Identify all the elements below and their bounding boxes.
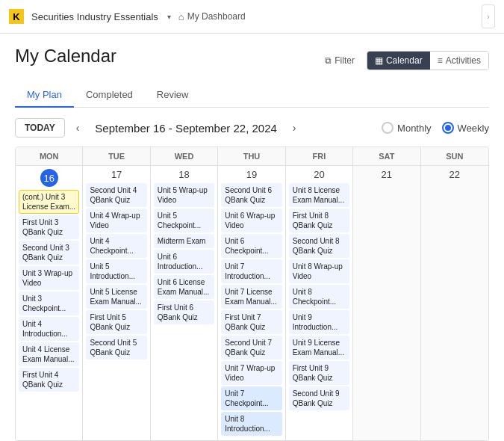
event-second-unit5-qbank[interactable]: Second Unit 5 QBank Quiz <box>86 336 146 360</box>
calendar-view-button[interactable]: ▦ Calendar <box>367 52 430 70</box>
event-first-unit4-qbank[interactable]: First Unit 4 QBank Quiz <box>19 368 79 392</box>
event-unit5-intro[interactable]: Unit 5 Introduction... <box>86 259 146 283</box>
event-first-unit7-qbank[interactable]: First Unit 7 QBank Quiz <box>221 310 281 334</box>
filter-button[interactable]: ⧉ Filter <box>319 52 361 69</box>
dashboard-link[interactable]: My Dashboard <box>178 11 246 22</box>
event-unit7-intro[interactable]: Unit 7 Introduction... <box>221 259 281 283</box>
logo-icon: K <box>9 9 24 24</box>
cell-sun-22: 22 <box>421 166 488 441</box>
day-number-18: 18 <box>154 169 214 180</box>
event-second-unit9-qbank[interactable]: Second Unit 9 QBank Quiz <box>289 386 349 410</box>
expand-button[interactable]: › <box>482 4 495 28</box>
event-unit6-intro[interactable]: Unit 6 Introduction... <box>154 250 214 274</box>
header-wed: Wed <box>151 147 218 165</box>
event-unit6-checkpoint[interactable]: Unit 6 Checkpoint... <box>221 234 281 258</box>
calendar-icon: ▦ <box>375 55 383 66</box>
event-second-unit6-qbank[interactable]: Second Unit 6 QBank Quiz <box>221 183 281 207</box>
cell-mon-16: 16 (cont.) Unit 3 License Exam... First … <box>16 166 83 441</box>
event-first-unit5-qbank[interactable]: First Unit 5 QBank Quiz <box>86 310 146 334</box>
cell-wed-18: 18 Unit 5 Wrap-up Video Unit 5 Checkpoin… <box>151 166 218 441</box>
weekly-radio[interactable] <box>442 122 454 134</box>
day-number-17: 17 <box>86 169 146 180</box>
monthly-radio[interactable] <box>382 122 393 134</box>
event-unit9-intro[interactable]: Unit 9 Introduction... <box>289 310 349 334</box>
tabs: My Plan Completed Review <box>15 83 489 108</box>
header-fri: Fri <box>286 147 353 165</box>
top-bar: K Securities Industry Essentials ▾ My Da… <box>0 0 504 34</box>
day-number-19: 19 <box>221 169 281 180</box>
event-midterm[interactable]: Midterm Exam <box>154 234 214 248</box>
event-unit4-wrapup[interactable]: Unit 4 Wrap-up Video <box>86 209 146 232</box>
event-unit7-checkpoint[interactable]: Unit 7 Checkpoint... <box>221 386 281 410</box>
event-cont-unit3[interactable]: (cont.) Unit 3 License Exam... <box>19 190 79 214</box>
event-first-unit6-qbank[interactable]: First Unit 6 QBank Quiz <box>154 300 214 324</box>
event-second-unit4-qbank[interactable]: Second Unit 4 QBank Quiz <box>86 183 146 207</box>
day-number-16: 16 <box>40 169 58 187</box>
activities-view-button[interactable]: ≡ Activities <box>430 52 488 70</box>
date-range: September 16 - September 22, 2024 <box>95 122 277 135</box>
event-unit8-wrapup[interactable]: Unit 8 Wrap-up Video <box>289 259 349 283</box>
page-title: My Calendar <box>15 46 116 67</box>
event-unit4-intro[interactable]: Unit 4 Introduction... <box>19 317 79 341</box>
day-number-22: 22 <box>424 169 485 180</box>
app-name-chevron: ▾ <box>167 13 171 21</box>
event-unit4-checkpoint[interactable]: Unit 4 Checkpoint... <box>86 234 146 258</box>
event-second-unit3-qbank[interactable]: Second Unit 3 QBank Quiz <box>19 241 79 265</box>
event-unit6-license[interactable]: Unit 6 License Exam Manual... <box>154 275 214 299</box>
event-second-unit7-qbank[interactable]: Second Unit 7 QBank Quiz <box>221 336 281 360</box>
view-options: Monthly Weekly <box>382 122 489 134</box>
list-icon: ≡ <box>438 55 443 66</box>
tab-review[interactable]: Review <box>145 83 201 108</box>
event-second-unit8-qbank[interactable]: Second Unit 8 QBank Quiz <box>289 234 349 258</box>
event-unit4-license[interactable]: Unit 4 License Exam Manual... <box>19 342 79 366</box>
event-unit8-checkpoint[interactable]: Unit 8 Checkpoint... <box>289 285 349 309</box>
main-content: My Calendar ⧉ Filter ▦ Calendar ≡ Activi… <box>0 34 504 441</box>
header-actions: ⧉ Filter ▦ Calendar ≡ Activities <box>319 51 489 70</box>
today-button[interactable]: TODAY <box>15 118 65 138</box>
event-unit5-checkpoint[interactable]: Unit 5 Checkpoint... <box>154 209 214 232</box>
cell-thu-19: 19 Second Unit 6 QBank Quiz Unit 6 Wrap-… <box>218 166 285 441</box>
event-unit6-wrapup[interactable]: Unit 6 Wrap-up Video <box>221 209 281 232</box>
prev-week-button[interactable]: ‹ <box>72 120 84 135</box>
header-thu: Thu <box>218 147 285 165</box>
cell-sat-21: 21 <box>353 166 420 441</box>
monthly-option[interactable]: Monthly <box>382 122 432 134</box>
header-tue: Tue <box>83 147 150 165</box>
event-unit8-license[interactable]: Unit 8 License Exam Manual... <box>289 183 349 207</box>
day-number-21: 21 <box>356 169 417 180</box>
calendar-toolbar: TODAY ‹ September 16 - September 22, 202… <box>15 118 489 138</box>
tab-my-plan[interactable]: My Plan <box>15 83 74 108</box>
calendar-grid: Mon Tue Wed Thu Fri Sat Sun 16 (cont.) U… <box>15 147 489 441</box>
event-unit7-wrapup[interactable]: Unit 7 Wrap-up Video <box>221 361 281 385</box>
cell-fri-20: 20 Unit 8 License Exam Manual... First U… <box>286 166 353 441</box>
event-unit3-wrapup[interactable]: Unit 3 Wrap-up Video <box>19 266 79 290</box>
header-sun: Sun <box>421 147 488 165</box>
day-number-20: 20 <box>289 169 349 180</box>
event-unit5-wrapup[interactable]: Unit 5 Wrap-up Video <box>154 183 214 207</box>
event-unit9-license[interactable]: Unit 9 License Exam Manual... <box>289 336 349 360</box>
event-first-unit8-qbank[interactable]: First Unit 8 QBank Quiz <box>289 209 349 232</box>
app-name: Securities Industry Essentials <box>31 11 158 22</box>
event-unit8-intro[interactable]: Unit 8 Introduction... <box>221 412 281 436</box>
filter-icon: ⧉ <box>325 55 332 66</box>
event-unit3-checkpoint[interactable]: Unit 3 Checkpoint... <box>19 292 79 315</box>
cell-tue-17: 17 Second Unit 4 QBank Quiz Unit 4 Wrap-… <box>83 166 150 441</box>
next-week-button[interactable]: › <box>289 120 300 135</box>
event-unit5-license[interactable]: Unit 5 License Exam Manual... <box>86 285 146 309</box>
weekly-option[interactable]: Weekly <box>442 122 489 134</box>
header-sat: Sat <box>353 147 420 165</box>
view-toggle: ▦ Calendar ≡ Activities <box>367 51 489 70</box>
event-first-unit3-qbank[interactable]: First Unit 3 QBank Quiz <box>19 215 79 239</box>
event-first-unit9-qbank[interactable]: First Unit 9 QBank Quiz <box>289 361 349 385</box>
event-unit7-license[interactable]: Unit 7 License Exam Manual... <box>221 285 281 309</box>
header-mon: Mon <box>16 147 83 165</box>
calendar-header: Mon Tue Wed Thu Fri Sat Sun <box>16 147 488 166</box>
tab-completed[interactable]: Completed <box>74 83 145 108</box>
calendar-body: 16 (cont.) Unit 3 License Exam... First … <box>16 166 488 441</box>
